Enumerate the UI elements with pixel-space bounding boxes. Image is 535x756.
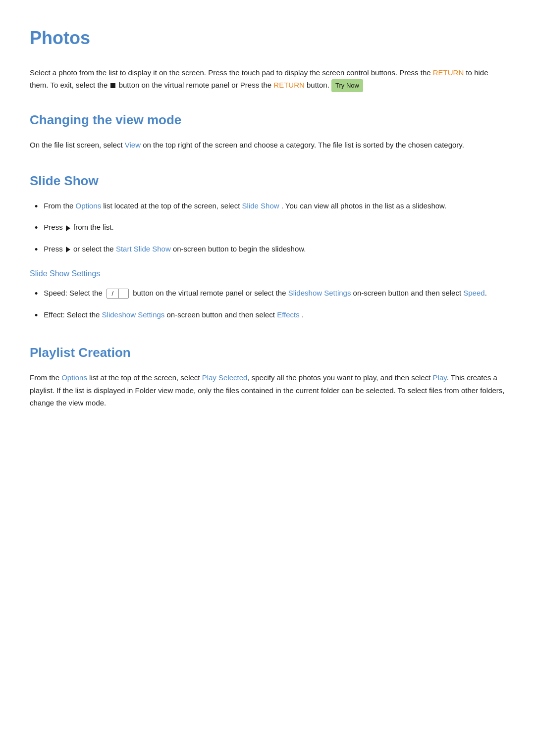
effects-link: Effects <box>277 310 300 319</box>
intro-paragraph: Select a photo from the list to display … <box>30 66 505 93</box>
subsection-title-slide-show-settings: Slide Show Settings <box>30 267 505 280</box>
play-link: Play <box>433 373 447 382</box>
bullet-1-prefix: From the <box>44 202 75 210</box>
bullet-3-middle: or select the <box>71 245 116 253</box>
page-title: Photos <box>30 24 505 52</box>
speed-middle: button on the virtual remote panel or se… <box>133 289 288 297</box>
view-link: View <box>125 141 141 149</box>
slide-show-link-1: Slide Show <box>242 202 279 210</box>
slide-show-bullet-1: From the Options list located at the top… <box>35 200 505 214</box>
bullet-3-suffix: on-screen button to begin the slideshow. <box>171 245 306 253</box>
section-changing-view-mode: Changing the view mode On the file list … <box>30 110 505 151</box>
bullet-1-suffix: . You can view all photos in the list as… <box>279 202 447 210</box>
bullet-3-prefix: Press <box>44 245 65 253</box>
arrow-icon-1 <box>66 225 70 231</box>
section-title-slide-show: Slide Show <box>30 171 505 192</box>
settings-bullet-speed: Speed: Select the / button on the virtua… <box>35 287 505 302</box>
slide-show-bullet-3: Press or select the Start Slide Show on-… <box>35 243 505 257</box>
effect-suffix: . <box>300 310 304 319</box>
arrow-icon-2 <box>66 247 70 252</box>
speed-btn-left: / <box>107 289 119 298</box>
effect-bullet-content: Effect: Select the Slideshow Settings on… <box>44 308 304 321</box>
speed-buttons: / <box>107 289 129 299</box>
bullet-2-suffix: from the list. <box>71 223 114 231</box>
slide-show-bullets: From the Options list located at the top… <box>30 200 505 257</box>
view-mode-text-prefix: On the file list screen, select <box>30 141 125 149</box>
intro-text-before-return: Select a photo from the list to display … <box>30 68 433 77</box>
speed-btn-right <box>119 289 128 298</box>
section-body-changing-view-mode: On the file list screen, select View on … <box>30 139 505 151</box>
effect-prefix: Effect: Select the <box>44 310 102 319</box>
try-now-badge[interactable]: Try Now <box>331 79 363 92</box>
speed-prefix: Speed: Select the <box>44 289 105 297</box>
playlist-middle: list at the top of the screen, select <box>87 373 202 382</box>
slideshow-settings-link-1: Slideshow Settings <box>288 289 351 297</box>
playlist-prefix: From the <box>30 373 61 382</box>
speed-link: Speed <box>463 289 484 297</box>
bullet-2-content: Press from the list. <box>44 221 113 234</box>
section-body-playlist-creation: From the Options list at the top of the … <box>30 371 505 409</box>
section-title-playlist-creation: Playlist Creation <box>30 343 505 363</box>
bullet-1-content: From the Options list located at the top… <box>44 200 446 212</box>
slide-show-settings-bullets: Speed: Select the / button on the virtua… <box>30 287 505 323</box>
slide-show-bullet-2: Press from the list. <box>35 221 505 236</box>
options-link-1: Options <box>76 202 102 210</box>
section-slide-show: Slide Show From the Options list located… <box>30 171 505 323</box>
subsection-slide-show-settings: Slide Show Settings Speed: Select the / … <box>30 267 505 323</box>
intro-text-after-stop: button on the virtual remote panel or Pr… <box>119 81 274 89</box>
settings-bullet-effect: Effect: Select the Slideshow Settings on… <box>35 308 505 323</box>
play-selected-link: Play Selected <box>202 373 248 382</box>
effect-middle: on-screen button and then select <box>164 310 277 319</box>
speed-bullet-content: Speed: Select the / button on the virtua… <box>44 287 487 300</box>
intro-text-end: button. <box>305 81 329 89</box>
bullet-2-prefix: Press <box>44 223 65 231</box>
return-link-2: RETURN <box>273 81 305 89</box>
section-title-changing-view-mode: Changing the view mode <box>30 110 505 131</box>
options-link-2: Options <box>61 373 87 382</box>
return-link-1: RETURN <box>433 68 464 77</box>
speed-suffix: on-screen button and then select <box>351 289 463 297</box>
stop-icon <box>110 83 115 88</box>
slideshow-settings-link-2: Slideshow Settings <box>102 310 165 319</box>
playlist-middle2: , specify all the photos you want to pla… <box>247 373 432 382</box>
bullet-3-content: Press or select the Start Slide Show on-… <box>44 243 306 255</box>
section-playlist-creation: Playlist Creation From the Options list … <box>30 343 505 409</box>
speed-end: . <box>485 289 487 297</box>
view-mode-text-suffix: on the top right of the screen and choos… <box>141 141 464 149</box>
bullet-1-middle: list located at the top of the screen, s… <box>101 202 242 210</box>
start-slide-show-link: Start Slide Show <box>116 245 171 253</box>
